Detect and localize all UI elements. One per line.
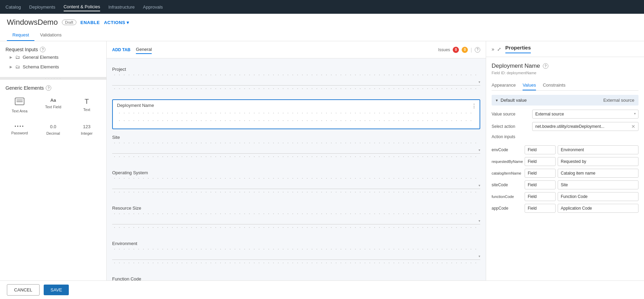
project-dotted-area-2 — [112, 86, 480, 93]
input-value-catalogitemname[interactable]: Catalog item name — [558, 169, 638, 178]
properties-title: Properties — [505, 45, 531, 53]
env-dotted-area-2 — [112, 261, 480, 267]
rs-dropdown-icon[interactable]: ▾ — [479, 219, 480, 223]
input-type-catalogitemname[interactable]: Field — [525, 169, 556, 178]
action-inputs-heading-row: Action inputs — [492, 134, 638, 142]
text-field-icon: Aa — [50, 98, 56, 103]
resource-size-field-row: Resource Size ▾ — [112, 203, 480, 235]
site-dropdown-icon[interactable]: ▾ — [479, 148, 480, 152]
input-value-appcode[interactable]: Application Code — [558, 204, 638, 213]
env-dropdown-icon[interactable]: ▾ — [479, 254, 480, 258]
os-field-label: Operating System — [112, 170, 148, 175]
tab-constraints[interactable]: Constraints — [543, 80, 566, 90]
input-name-catalogitemname: catalogItemName — [492, 171, 523, 175]
generic-decimal[interactable]: 0.0 Decimal — [39, 121, 67, 138]
integer-icon: 123 — [83, 124, 90, 129]
issues-row: Issues 0 0 | ? — [438, 47, 480, 53]
os-field-row: Operating System ▾ — [112, 167, 480, 200]
rs-dotted-area — [112, 211, 480, 218]
clear-action-icon[interactable]: ✕ — [631, 124, 635, 129]
input-type-sitecode[interactable]: Field — [525, 180, 556, 189]
nav-infrastructure[interactable]: Infrastructure — [108, 3, 135, 11]
input-value-envcode[interactable]: Environment — [558, 145, 638, 154]
tree-item-schema-elements[interactable]: ▶ 🗂 Schema Elements — [6, 62, 101, 71]
action-input-catalogitemname: catalogItemName Field Catalog item name — [492, 169, 638, 178]
nav-deployments[interactable]: Deployments — [29, 3, 55, 11]
generic-integer[interactable]: 123 Integer — [73, 121, 101, 138]
input-type-envcode[interactable]: Field — [525, 145, 556, 154]
tab-values[interactable]: Values — [523, 80, 536, 90]
separator: | — [471, 47, 472, 53]
actions-button[interactable]: ACTIONS ▾ — [104, 20, 129, 25]
os-dropdown-icon[interactable]: ▾ — [479, 184, 480, 187]
os-dotted-area-2 — [112, 190, 480, 197]
generic-elements-title: Generic Elements ? — [6, 85, 101, 91]
deployment-name-field[interactable]: ⋮ Deployment Name — [112, 99, 480, 129]
nav-content-policies[interactable]: Content & Policies — [64, 3, 100, 11]
generic-elements-help-icon[interactable]: ? — [46, 85, 51, 91]
project-dotted-area — [112, 73, 480, 79]
generic-text[interactable]: T Text — [73, 95, 101, 116]
panel-nav-arrow-icon[interactable]: » — [492, 46, 494, 52]
generic-password[interactable]: •••• Password — [6, 121, 34, 138]
value-source-select[interactable]: External source — [532, 110, 638, 119]
field-id: Field ID: deploymentName — [492, 71, 638, 75]
generic-text-area[interactable]: Text Area — [6, 95, 34, 116]
nav-catalog[interactable]: Catalog — [6, 3, 21, 11]
cancel-button[interactable]: CANCEL — [7, 284, 40, 296]
action-input-requestedbyname: requestedByName Field Requested by — [492, 157, 638, 166]
tree-item-general-elements[interactable]: ▶ 🗂 General Elements — [6, 52, 101, 62]
top-navigation: Catalog Deployments Content & Policies I… — [0, 0, 644, 14]
project-dropdown-icon[interactable]: ▾ — [479, 80, 480, 84]
rs-dotted-area-2 — [112, 225, 480, 232]
svg-rect-0 — [15, 98, 24, 105]
input-value-functioncode[interactable]: Function Code — [558, 192, 638, 201]
input-type-appcode[interactable]: Field — [525, 204, 556, 213]
action-input-appcode: appCode Field Application Code — [492, 204, 638, 213]
generic-text-field[interactable]: Aa Text Field — [39, 95, 67, 116]
expand-arrow-icon: ▶ — [10, 65, 12, 69]
site-field-label: Site — [112, 135, 120, 140]
field-title-help-icon[interactable]: ? — [543, 63, 548, 69]
center-tab-general[interactable]: General — [136, 45, 152, 54]
panel-expand-icon[interactable]: ⤢ — [497, 46, 501, 52]
default-value-header: ▾ Default value External source — [492, 95, 638, 106]
center-panel: ADD TAB General Issues 0 0 | ? Project ▾ — [107, 41, 486, 299]
expand-arrow-icon: ▶ — [10, 55, 12, 59]
input-value-requestedbyname[interactable]: Requested by — [558, 157, 638, 166]
issues-help-icon[interactable]: ? — [475, 47, 480, 53]
bottom-bar: CANCEL SAVE — [0, 280, 644, 299]
right-panel-header: » ⤢ Properties — [486, 41, 644, 57]
deployment-dotted-area — [117, 111, 475, 118]
input-type-functioncode[interactable]: Field — [525, 192, 556, 201]
center-content: Project ▾ ⋮ Deployment Name Site ▾ — [107, 58, 486, 299]
tab-appearance[interactable]: Appearance — [492, 80, 516, 90]
input-value-sitecode[interactable]: Site — [558, 180, 638, 189]
enable-button[interactable]: ENABLE — [80, 20, 100, 25]
collapse-icon[interactable]: ▾ — [496, 98, 498, 103]
value-source-row: Value source External source ▾ — [492, 110, 638, 119]
decimal-icon: 0.0 — [50, 124, 56, 129]
action-input-functioncode: functionCode Field Function Code — [492, 192, 638, 201]
props-form: Value source External source ▾ — [492, 110, 638, 213]
issues-yellow-badge: 0 — [462, 47, 468, 53]
main-header: WindowsDemo Draft ENABLE ACTIONS ▾ Reque… — [0, 14, 644, 41]
main-layout: Request Inputs ? ▶ 🗂 General Elements ▶ … — [0, 41, 644, 299]
select-action-value: net.bowdre.utility/createDeployment... — [535, 124, 630, 129]
deployment-dotted-area-2 — [117, 118, 475, 125]
tab-validations[interactable]: Validations — [34, 30, 67, 41]
os-dotted-area — [112, 176, 480, 183]
props-tabs: Appearance Values Constraints — [492, 80, 638, 91]
input-name-envcode: envCode — [492, 147, 523, 152]
request-inputs-help-icon[interactable]: ? — [40, 47, 45, 52]
input-type-requestedbyname[interactable]: Field — [525, 157, 556, 166]
draft-badge: Draft — [62, 20, 76, 25]
input-name-sitecode: siteCode — [492, 182, 523, 187]
save-button[interactable]: SAVE — [44, 285, 69, 295]
field-options-menu[interactable]: ⋮ — [471, 103, 477, 109]
right-panel-content: Deployment Name ? Field ID: deploymentNa… — [486, 57, 644, 299]
nav-approvals[interactable]: Approvals — [143, 3, 163, 11]
tab-request[interactable]: Request — [7, 30, 34, 41]
add-tab-button[interactable]: ADD TAB — [112, 47, 130, 52]
site-dotted-area-2 — [112, 154, 480, 161]
